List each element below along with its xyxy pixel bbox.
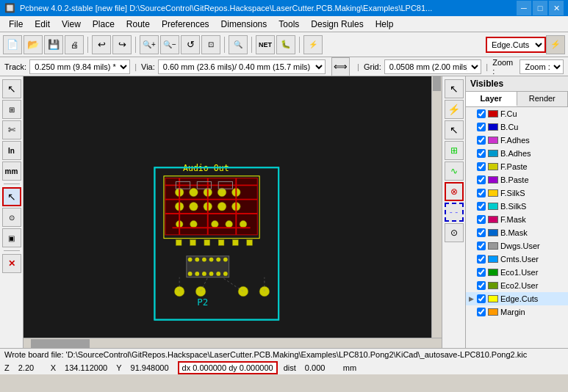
vertical-scrollbar[interactable] — [431, 76, 442, 338]
layer-checkbox[interactable] — [477, 136, 486, 145]
rt-via-button[interactable]: ⊙ — [445, 223, 464, 242]
dist-value: 0.000 — [302, 363, 331, 373]
layer-color-swatch — [488, 137, 498, 144]
layer-row[interactable]: B.Adhes — [466, 147, 568, 160]
zoom-select[interactable]: Zoom : — [520, 59, 564, 74]
layer-checkbox[interactable] — [477, 281, 486, 290]
rt-dashed-button[interactable]: - - — [445, 203, 464, 222]
layer-checkbox[interactable] — [477, 215, 486, 224]
inspect-button[interactable]: In — [2, 141, 21, 160]
new-button[interactable]: 📄 — [3, 35, 22, 54]
refresh-button[interactable]: ↺ — [181, 35, 200, 54]
rt-no-connect-button[interactable]: ⊗ — [445, 182, 464, 201]
drc-button[interactable]: 🐛 — [276, 35, 295, 54]
rt-add-tracks[interactable]: ⊞ — [445, 141, 464, 160]
layer-tabs: Layer Render — [466, 92, 568, 107]
zoom-box-button[interactable]: 🔍 — [229, 35, 248, 54]
grid-select[interactable]: 0.0508 mm (2.00 mils) — [384, 59, 482, 74]
layer-checkbox[interactable] — [477, 175, 486, 184]
rt-draw-button[interactable]: ∿ — [445, 161, 464, 181]
menu-item-edit[interactable]: Edit — [29, 16, 56, 32]
add-via-button[interactable]: ⊙ — [2, 208, 21, 227]
layer-color-swatch — [488, 163, 498, 170]
menu-item-place[interactable]: Place — [87, 16, 121, 32]
layer-checkbox[interactable] — [477, 255, 486, 264]
tab-render[interactable]: Render — [517, 92, 569, 106]
svg-point-4 — [190, 188, 198, 197]
via-select[interactable]: 0.60 mm (23.6 mils)/ 0.40 mm (15.7 mils)… — [158, 59, 326, 74]
layer-row[interactable]: Margin — [466, 305, 568, 319]
canvas-area[interactable]: Audio Out — [24, 76, 442, 348]
layer-color-swatch — [488, 176, 498, 184]
layer-checkbox[interactable] — [477, 149, 486, 158]
menu-item-design rules[interactable]: Design Rules — [305, 16, 369, 32]
layer-row[interactable]: F.Paste — [466, 160, 568, 173]
layer-row[interactable]: Dwgs.User — [466, 239, 568, 253]
menu-item-dimensions[interactable]: Dimensions — [215, 16, 273, 32]
minimize-button[interactable]: ─ — [517, 1, 531, 15]
menu-item-view[interactable]: View — [56, 16, 87, 32]
layer-checkbox[interactable] — [477, 228, 486, 237]
delete-button[interactable]: ✕ — [2, 254, 21, 273]
save-button[interactable]: 💾 — [44, 35, 63, 54]
layer-row[interactable]: B.Paste — [466, 173, 568, 186]
units-button[interactable]: mm — [2, 161, 21, 181]
track-select[interactable]: 0.250 mm (9.84 mils) * — [29, 59, 130, 74]
zoom-out-button[interactable]: 🔍− — [160, 35, 179, 54]
layer-checkbox[interactable] — [477, 162, 486, 171]
maximize-button[interactable]: □ — [533, 1, 547, 15]
layer-row[interactable]: ▶Edge.Cuts — [466, 292, 568, 305]
rt-select-button[interactable]: ↖ — [445, 79, 464, 98]
print-button[interactable]: 🖨 — [65, 35, 84, 54]
layer-checkbox[interactable] — [477, 242, 486, 250]
menu-item-help[interactable]: Help — [370, 16, 400, 32]
menu-item-file[interactable]: File — [3, 16, 29, 32]
tab-layer[interactable]: Layer — [466, 92, 517, 106]
layer-checkbox[interactable] — [477, 308, 486, 316]
ratsnest-button[interactable]: ⚡ — [303, 35, 323, 54]
y-value: 91.948000 — [128, 363, 172, 373]
close-button[interactable]: ✕ — [549, 1, 564, 15]
open-button[interactable]: 📂 — [24, 35, 43, 54]
select-active-button[interactable]: ↖ — [2, 187, 21, 206]
rt-highlight-button[interactable]: ⚡ — [445, 100, 464, 119]
layer-checkbox[interactable] — [477, 189, 486, 197]
select-button[interactable]: ↖ — [2, 79, 21, 98]
layer-row[interactable]: B.Cu — [466, 120, 568, 134]
menu-item-preferences[interactable]: Preferences — [156, 16, 215, 32]
titlebar: 🔲 Pcbnew 4.0.2-stable [new file] D:\Sour… — [0, 0, 568, 16]
layer-row[interactable]: F.SilkS — [466, 186, 568, 200]
menu-item-route[interactable]: Route — [121, 16, 156, 32]
zoom-fit-button[interactable]: ⊡ — [201, 35, 220, 54]
layer-settings-button[interactable]: ⚡ — [546, 35, 565, 54]
layer-name-label: B.SilkS — [500, 202, 526, 211]
layer-color-swatch — [488, 110, 498, 117]
redo-button[interactable]: ↪ — [112, 35, 132, 54]
route-icon-button[interactable]: ⟺ — [331, 57, 350, 76]
layer-checkbox[interactable] — [477, 268, 486, 277]
svg-point-9 — [190, 202, 198, 211]
netlist-button[interactable]: NET — [256, 35, 275, 54]
menu-item-tools[interactable]: Tools — [273, 16, 305, 32]
layer-row[interactable]: Cmts.User — [466, 253, 568, 266]
sep1 — [87, 37, 88, 53]
zoom-in-button[interactable]: 🔍+ — [140, 35, 159, 54]
route-tracks-button[interactable]: ⊞ — [2, 100, 21, 119]
layer-row[interactable]: F.Cu — [466, 107, 568, 120]
cut-button[interactable]: ✄ — [2, 120, 21, 139]
horizontal-scrollbar[interactable] — [24, 338, 442, 348]
layer-checkbox[interactable] — [477, 123, 486, 131]
footprint-button[interactable]: ▣ — [2, 228, 21, 247]
layer-row[interactable]: F.Adhes — [466, 134, 568, 147]
layer-row[interactable]: B.SilkS — [466, 200, 568, 213]
layer-row[interactable]: Eco1.User — [466, 266, 568, 279]
layer-selector[interactable]: F.CuB.CuF.AdhesB.AdhesF.PasteB.PasteF.Si… — [486, 37, 546, 53]
rt-interactive-router[interactable]: ↖ — [445, 120, 464, 139]
layer-checkbox[interactable] — [477, 202, 486, 211]
undo-button[interactable]: ↩ — [92, 35, 111, 54]
layer-checkbox[interactable] — [477, 294, 486, 303]
layer-checkbox[interactable] — [477, 109, 486, 118]
layer-row[interactable]: F.Mask — [466, 213, 568, 226]
layer-row[interactable]: B.Mask — [466, 226, 568, 239]
layer-row[interactable]: Eco2.User — [466, 279, 568, 292]
